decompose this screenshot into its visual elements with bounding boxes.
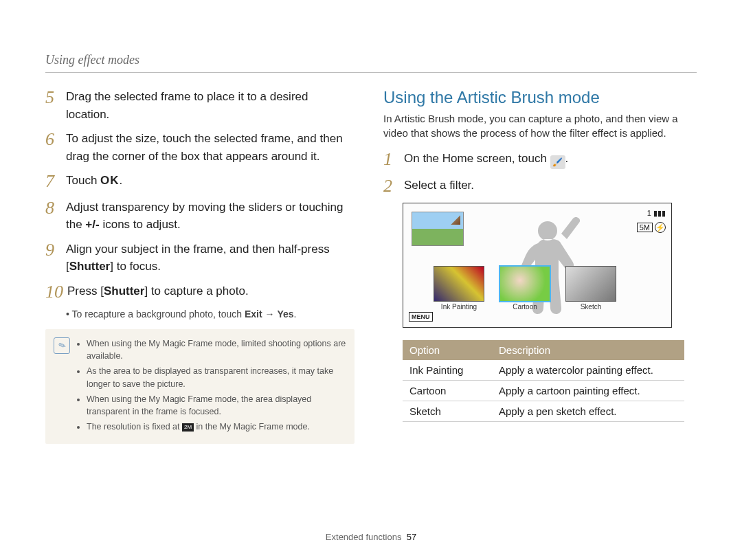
table-row: Sketch Apply a pen sketch effect.	[403, 401, 684, 422]
step-number: 8	[45, 199, 62, 219]
desc-cell: Apply a watercolor painting effect.	[492, 360, 684, 381]
step-10-sub: To recapture a background photo, touch E…	[66, 309, 355, 320]
preview-thumbnail	[412, 212, 464, 246]
step-number: 2	[383, 177, 400, 197]
filter-thumb-cartoon: Cartoon	[499, 266, 550, 311]
table-header-description: Description	[492, 340, 684, 360]
step-text: Select a filter.	[404, 177, 474, 194]
step-5: 5 Drag the selected frame to place it to…	[45, 88, 355, 123]
step-number: 6	[45, 130, 62, 150]
step-8: 8 Adjust transparency by moving the slid…	[45, 199, 355, 234]
step-number: 10	[45, 282, 63, 302]
text: On the Home screen, touch	[404, 152, 550, 165]
step-text: Drag the selected frame to place it to a…	[66, 88, 355, 123]
text: in the My Magic Frame mode.	[194, 422, 310, 432]
tip-item: The resolution is fixed at 2M in the My …	[87, 421, 346, 433]
exit-label: Exit	[245, 309, 262, 320]
flash-icon: ⚡	[655, 222, 666, 233]
step-7: 7 Touch OK.	[45, 172, 355, 192]
table-row: Cartoon Apply a cartoon painting effect.	[403, 381, 684, 401]
text: Press [	[67, 284, 104, 298]
option-cell: Sketch	[403, 401, 492, 422]
camera-lcd-illustration: 1 ▮▮▮ 5M ⚡ Ink Painting Cartoon Sketch M…	[403, 203, 672, 328]
yes-label: Yes	[277, 309, 293, 320]
left-column: 5 Drag the selected frame to place it to…	[45, 88, 355, 444]
battery-icon: ▮▮▮	[653, 209, 666, 217]
option-cell: Cartoon	[403, 381, 492, 401]
text: The resolution is fixed at	[87, 422, 182, 432]
tip-item: When using the My Magic Frame mode, the …	[87, 393, 346, 418]
ok-icon: OK	[100, 172, 120, 190]
right-column: Using the Artistic Brush mode In Artisti…	[383, 88, 699, 422]
resolution-indicator: 5M	[637, 223, 653, 232]
plus-minus-label: +/-	[85, 218, 99, 231]
step-2: 2 Select a filter.	[383, 177, 699, 197]
arrow-icon: →	[262, 309, 278, 320]
table-header-option: Option	[403, 340, 492, 360]
step-text: Touch OK.	[66, 172, 122, 190]
filter-thumb-ink: Ink Painting	[434, 266, 484, 311]
note-icon: ✎	[54, 337, 70, 354]
tips-box: ✎ When using the My Magic Frame mode, li…	[45, 329, 355, 444]
step-text: Adjust transparency by moving the slider…	[66, 199, 355, 234]
options-table: Option Description Ink Painting Apply a …	[403, 340, 684, 422]
page-footer: Extended functions 57	[0, 532, 742, 542]
text: .	[294, 309, 297, 320]
shutter-label: Shutter	[69, 260, 111, 273]
text: .	[565, 152, 569, 165]
desc-cell: Apply a cartoon painting effect.	[492, 381, 684, 401]
text: ] to focus.	[110, 260, 161, 273]
text: To recapture a background photo, touch	[72, 309, 245, 320]
text: icons to adjust.	[100, 218, 181, 231]
menu-button: MENU	[409, 312, 433, 322]
page-number: 57	[407, 532, 416, 542]
section-intro: In Artistic Brush mode, you can capture …	[383, 111, 699, 140]
table-row: Ink Painting Apply a watercolor painting…	[403, 360, 684, 381]
text: .	[120, 174, 123, 187]
step-number: 5	[45, 88, 62, 108]
resolution-icon: 2M	[182, 423, 194, 432]
thumb-label: Cartoon	[499, 303, 550, 311]
text: ] to capture a photo.	[144, 284, 248, 298]
filter-thumb-sketch: Sketch	[565, 266, 616, 311]
filter-thumbnails: Ink Painting Cartoon Sketch	[434, 266, 616, 311]
step-1: 1 On the Home screen, touch 🖌️.	[383, 150, 699, 170]
lcd-indicators: 1 ▮▮▮ 5M ⚡	[637, 209, 666, 237]
step-6: 6 To adjust the size, touch the selected…	[45, 130, 355, 165]
thumb-label: Sketch	[565, 303, 616, 311]
option-cell: Ink Painting	[403, 360, 492, 381]
step-text: Align your subject in the frame, and the…	[66, 240, 355, 276]
step-text: Press [Shutter] to capture a photo.	[67, 282, 249, 300]
footer-section: Extended functions	[326, 532, 402, 542]
step-9: 9 Align your subject in the frame, and t…	[45, 240, 355, 276]
step-text: On the Home screen, touch 🖌️.	[404, 150, 568, 169]
page-header: Using effect modes	[45, 53, 697, 73]
tip-item: When using the My Magic Frame mode, limi…	[87, 337, 346, 362]
shots-remaining: 1 ▮▮▮	[637, 209, 666, 218]
desc-cell: Apply a pen sketch effect.	[492, 401, 684, 422]
text: Touch	[66, 174, 100, 187]
step-text: To adjust the size, touch the selected f…	[66, 130, 355, 165]
step-10: 10 Press [Shutter] to capture a photo.	[45, 282, 355, 302]
step-number: 9	[45, 240, 62, 260]
step-number: 7	[45, 172, 62, 192]
step-number: 1	[383, 150, 400, 170]
thumb-label: Ink Painting	[434, 303, 484, 311]
artistic-brush-mode-icon: 🖌️	[550, 155, 565, 169]
shutter-label: Shutter	[104, 284, 145, 298]
section-title: Using the Artistic Brush mode	[383, 88, 699, 107]
tip-item: As the area to be displayed as transpare…	[87, 365, 346, 390]
